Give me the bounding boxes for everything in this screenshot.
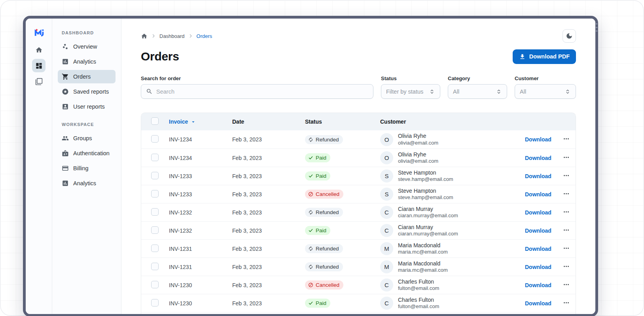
customer-email: ciaran.murray@email.com (398, 231, 458, 237)
download-link[interactable]: Download (525, 136, 551, 143)
select-all-checkbox[interactable] (151, 117, 159, 125)
ellipsis-icon[interactable] (563, 190, 570, 197)
ellipsis-icon[interactable] (563, 245, 570, 252)
status-label: Refunded (316, 209, 339, 215)
customer-email: fulton@email.com (398, 304, 439, 310)
avatar: O (380, 151, 393, 164)
Olivia Ryhe: INV-1234 Feb 3, 2023 Paid O Olivia Ryhe … (141, 149, 576, 167)
page-header: Orders Download PDF (141, 49, 576, 64)
block-icon (308, 282, 313, 288)
Maria Macdonald: INV-1231 Feb 3, 2023 Refunded M Maria Ma… (141, 239, 576, 258)
breadcrumb-orders[interactable]: Orders (197, 33, 212, 39)
ellipsis-icon[interactable] (563, 209, 570, 215)
sidebar-item-groups[interactable]: Groups (58, 132, 116, 145)
invoice-cell: INV-1232 (169, 209, 232, 216)
date-cell: Feb 3, 2023 (232, 209, 305, 216)
sort-down-icon (190, 119, 196, 125)
rail-home-button[interactable] (32, 43, 45, 56)
credit-card-icon (62, 165, 69, 172)
sidebar-item-label: Analytics (73, 180, 96, 186)
download-link[interactable]: Download (525, 264, 551, 270)
theme-toggle-button[interactable] (563, 29, 576, 43)
avatar: S (380, 169, 393, 182)
row-checkbox[interactable] (151, 281, 159, 288)
download-link[interactable]: Download (525, 191, 551, 198)
table-row (141, 312, 576, 314)
sidebar-item-billing[interactable]: Billing (58, 162, 116, 175)
status-label: Refunded (316, 137, 339, 143)
date-cell: Feb 3, 2023 (232, 173, 305, 179)
download-pdf-button[interactable]: Download PDF (513, 49, 576, 64)
table-body: INV-1234 Feb 3, 2023 Refunded O Olivia R… (141, 130, 576, 314)
scatter-icon (62, 43, 69, 50)
breadcrumb-dashboard[interactable]: Dashboard (159, 33, 185, 39)
app-window: DASHBOARD Overview Analytics Orders Save… (23, 16, 598, 316)
date-cell: Feb 3, 2023 (232, 136, 305, 143)
chevron-right-icon (151, 34, 156, 38)
ellipsis-icon[interactable] (563, 172, 570, 179)
customer-name: Steve Hampton (398, 188, 453, 194)
ellipsis-icon[interactable] (563, 154, 570, 161)
search-icon (146, 88, 153, 95)
ellipsis-icon[interactable] (563, 281, 570, 288)
download-link[interactable]: Download (525, 282, 551, 288)
invoice-cell: INV-1231 (169, 246, 232, 252)
sidebar-item-analytics-2[interactable]: Analytics (58, 177, 116, 190)
Olivia Ryhe: INV-1234 Feb 3, 2023 Refunded O Olivia R… (141, 130, 576, 149)
sidebar-item-orders[interactable]: Orders (58, 70, 116, 83)
invoice-cell: INV-1230 (169, 282, 232, 288)
column-header-status: Status (305, 118, 380, 125)
search-label: Search for order (141, 75, 373, 81)
row-checkbox[interactable] (151, 263, 159, 270)
status-select[interactable]: Filter by status (381, 84, 440, 99)
status-label: Paid (316, 173, 326, 179)
row-checkbox[interactable] (151, 172, 159, 179)
status-chip: Refunded (305, 262, 343, 271)
rail-layers-button[interactable] (32, 75, 45, 88)
row-checkbox[interactable] (151, 245, 159, 252)
row-checkbox[interactable] (151, 299, 159, 307)
status-chip: Refunded (305, 135, 343, 144)
row-checkbox[interactable] (151, 190, 159, 198)
check-icon (308, 228, 313, 233)
search-input[interactable] (156, 88, 368, 95)
home-icon[interactable] (141, 33, 148, 40)
customer-email: steve.hamp@email.com (398, 195, 453, 201)
status-chip: Refunded (305, 244, 343, 253)
download-pdf-label: Download PDF (529, 53, 570, 60)
status-label: Refunded (316, 264, 339, 270)
customer-email: maria.mc@email.com (398, 249, 448, 255)
category-select[interactable]: All (448, 84, 507, 99)
ellipsis-icon[interactable] (563, 299, 570, 306)
home-icon (35, 46, 43, 54)
download-link[interactable]: Download (525, 300, 551, 307)
row-checkbox[interactable] (151, 226, 159, 234)
row-checkbox[interactable] (151, 154, 159, 161)
customer-name: Olivia Ryhe (398, 151, 438, 158)
sidebar-item-saved-reports[interactable]: Saved reports (58, 85, 116, 98)
download-link[interactable]: Download (525, 228, 551, 234)
sidebar-item-user-reports[interactable]: User reports (58, 100, 116, 113)
download-link[interactable]: Download (525, 209, 551, 216)
ellipsis-icon[interactable] (563, 263, 570, 270)
sidebar-item-label: Authentication (73, 150, 110, 156)
ellipsis-icon[interactable] (563, 227, 570, 233)
download-link[interactable]: Download (525, 173, 551, 179)
customer-select[interactable]: All (515, 84, 576, 99)
avatar: C (380, 297, 393, 310)
date-cell: Feb 3, 2023 (232, 228, 305, 234)
sidebar-item-analytics[interactable]: Analytics (58, 55, 116, 68)
column-header-invoice[interactable]: Invoice (169, 118, 232, 125)
sidebar-item-label: Groups (73, 135, 92, 141)
sidebar-item-authentication[interactable]: Authentication (58, 147, 116, 160)
sidebar-item-overview[interactable]: Overview (58, 40, 116, 53)
download-link[interactable]: Download (525, 246, 551, 252)
invoice-cell: INV-1234 (169, 136, 232, 143)
refresh-icon (308, 210, 313, 215)
row-checkbox[interactable] (151, 208, 159, 216)
customer-email: steve.hamp@email.com (398, 177, 453, 182)
rail-dashboard-button[interactable] (32, 59, 45, 72)
download-link[interactable]: Download (525, 155, 551, 161)
ellipsis-icon[interactable] (563, 135, 570, 142)
row-checkbox[interactable] (151, 135, 159, 143)
